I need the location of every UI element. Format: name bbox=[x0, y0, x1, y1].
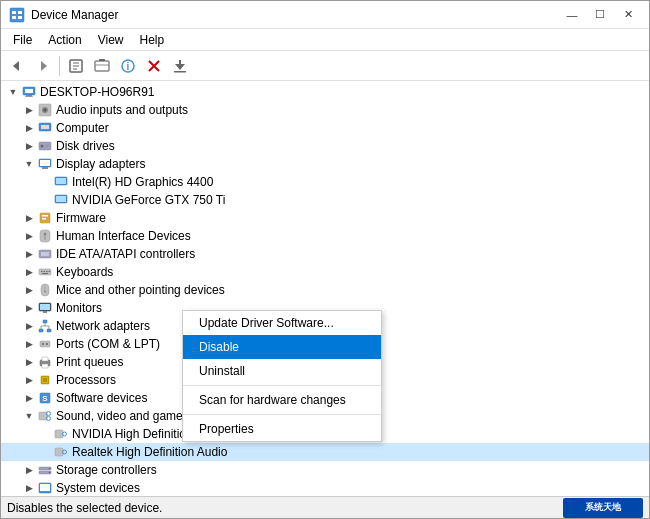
expand-audio[interactable]: ▶ bbox=[21, 102, 37, 118]
toolbar-scan[interactable] bbox=[90, 54, 114, 78]
svg-rect-42 bbox=[42, 215, 48, 217]
menu-action[interactable]: Action bbox=[40, 31, 89, 49]
toolbar-sep1 bbox=[59, 56, 60, 76]
tree-system[interactable]: ▶ System devices bbox=[1, 479, 649, 496]
svg-rect-79 bbox=[39, 412, 47, 420]
expand-firmware[interactable]: ▶ bbox=[21, 210, 37, 226]
svg-rect-61 bbox=[43, 320, 47, 323]
storage-label: Storage controllers bbox=[56, 463, 157, 477]
expand-storage[interactable]: ▶ bbox=[21, 462, 37, 478]
disk-icon bbox=[37, 138, 53, 154]
expand-root[interactable]: ▼ bbox=[5, 84, 21, 100]
expand-ide[interactable]: ▶ bbox=[21, 246, 37, 262]
expand-keyboard[interactable]: ▶ bbox=[21, 264, 37, 280]
svg-point-69 bbox=[42, 343, 44, 345]
expand-monitors[interactable]: ▶ bbox=[21, 300, 37, 316]
toolbar-update[interactable]: i bbox=[116, 54, 140, 78]
expand-sound[interactable]: ▼ bbox=[21, 408, 37, 424]
svg-rect-59 bbox=[40, 304, 50, 310]
system-icon bbox=[37, 480, 53, 496]
expand-computer[interactable]: ▶ bbox=[21, 120, 37, 136]
toolbar-delete[interactable] bbox=[142, 54, 166, 78]
toolbar-back[interactable] bbox=[5, 54, 29, 78]
nvidia-audio-icon bbox=[53, 426, 69, 442]
svg-point-70 bbox=[46, 343, 48, 345]
expand-network[interactable]: ▶ bbox=[21, 318, 37, 334]
tree-computer[interactable]: ▶ Computer bbox=[1, 119, 649, 137]
expand-disk[interactable]: ▶ bbox=[21, 138, 37, 154]
svg-text:i: i bbox=[127, 61, 130, 72]
tree-storage[interactable]: ▶ Storage controllers bbox=[1, 461, 649, 479]
expand-processors[interactable]: ▶ bbox=[21, 372, 37, 388]
network-label: Network adapters bbox=[56, 319, 150, 333]
nvidia-label: NVIDIA GeForce GTX 750 Ti bbox=[72, 193, 225, 207]
network-icon bbox=[37, 318, 53, 334]
svg-point-27 bbox=[44, 109, 47, 112]
firmware-icon bbox=[37, 210, 53, 226]
menu-file[interactable]: File bbox=[5, 31, 40, 49]
expand-mice[interactable]: ▶ bbox=[21, 282, 37, 298]
close-button[interactable]: ✕ bbox=[615, 5, 641, 25]
monitor-icon bbox=[37, 300, 53, 316]
minimize-button[interactable]: — bbox=[559, 5, 585, 25]
expand-display[interactable]: ▼ bbox=[21, 156, 37, 172]
context-disable[interactable]: Disable bbox=[183, 335, 381, 359]
app-icon bbox=[9, 7, 25, 23]
expand-hid[interactable]: ▶ bbox=[21, 228, 37, 244]
tree-intel-gpu[interactable]: Intel(R) HD Graphics 4400 bbox=[1, 173, 649, 191]
maximize-button[interactable]: ☐ bbox=[587, 5, 613, 25]
toolbar-properties[interactable] bbox=[64, 54, 88, 78]
toolbar: i bbox=[1, 51, 649, 81]
svg-marker-5 bbox=[13, 61, 19, 71]
svg-rect-0 bbox=[10, 8, 24, 22]
svg-rect-13 bbox=[99, 59, 105, 61]
expand-system[interactable]: ▶ bbox=[21, 480, 37, 496]
svg-rect-38 bbox=[56, 178, 66, 184]
svg-rect-35 bbox=[40, 160, 50, 166]
context-update-driver[interactable]: Update Driver Software... bbox=[183, 311, 381, 335]
svg-rect-33 bbox=[45, 147, 48, 148]
mice-icon bbox=[37, 282, 53, 298]
audio-label: Audio inputs and outputs bbox=[56, 103, 188, 117]
software-label: Software devices bbox=[56, 391, 147, 405]
title-bar-left: Device Manager bbox=[9, 7, 118, 23]
realtek-label: Realtek High Definition Audio bbox=[72, 445, 227, 459]
tree-keyboard[interactable]: ▶ Keyboards bbox=[1, 263, 649, 281]
menu-view[interactable]: View bbox=[90, 31, 132, 49]
tree-ide[interactable]: ▶ IDE ATA/ATAPI controllers bbox=[1, 245, 649, 263]
ports-label: Ports (COM & LPT) bbox=[56, 337, 160, 351]
context-uninstall[interactable]: Uninstall bbox=[183, 359, 381, 383]
svg-rect-3 bbox=[12, 16, 16, 19]
svg-rect-40 bbox=[56, 196, 66, 202]
svg-rect-24 bbox=[25, 97, 33, 98]
context-properties[interactable]: Properties bbox=[183, 417, 381, 441]
context-scan[interactable]: Scan for hardware changes bbox=[183, 388, 381, 412]
expand-print[interactable]: ▶ bbox=[21, 354, 37, 370]
tree-display[interactable]: ▼ Display adapters bbox=[1, 155, 649, 173]
ide-icon bbox=[37, 246, 53, 262]
menu-bar: File Action View Help bbox=[1, 29, 649, 51]
computer-icon bbox=[21, 84, 37, 100]
context-sep2 bbox=[183, 414, 381, 415]
intel-icon bbox=[53, 174, 69, 190]
svg-rect-50 bbox=[41, 271, 43, 272]
toolbar-forward[interactable] bbox=[31, 54, 55, 78]
menu-help[interactable]: Help bbox=[132, 31, 173, 49]
toolbar-download[interactable] bbox=[168, 54, 192, 78]
svg-rect-32 bbox=[45, 145, 50, 146]
tree-realtek-audio[interactable]: Realtek High Definition Audio bbox=[1, 443, 649, 461]
tree-firmware[interactable]: ▶ Firmware bbox=[1, 209, 649, 227]
expand-software[interactable]: ▶ bbox=[21, 390, 37, 406]
tree-root[interactable]: ▼ DESKTOP-HO96R91 bbox=[1, 83, 649, 101]
tree-mice[interactable]: ▶ Mice and other pointing devices bbox=[1, 281, 649, 299]
tree-nvidia-gpu[interactable]: NVIDIA GeForce GTX 750 Ti bbox=[1, 191, 649, 209]
tree-disk[interactable]: ▶ Disk drives bbox=[1, 137, 649, 155]
tree-hid[interactable]: ▶ Human Interface Devices bbox=[1, 227, 649, 245]
svg-rect-4 bbox=[18, 16, 22, 19]
root-label: DESKTOP-HO96R91 bbox=[40, 85, 155, 99]
tree-audio[interactable]: ▶ Audio inputs and outputs bbox=[1, 101, 649, 119]
svg-rect-62 bbox=[39, 329, 43, 332]
svg-point-88 bbox=[49, 468, 51, 470]
svg-rect-48 bbox=[41, 252, 49, 256]
expand-ports[interactable]: ▶ bbox=[21, 336, 37, 352]
